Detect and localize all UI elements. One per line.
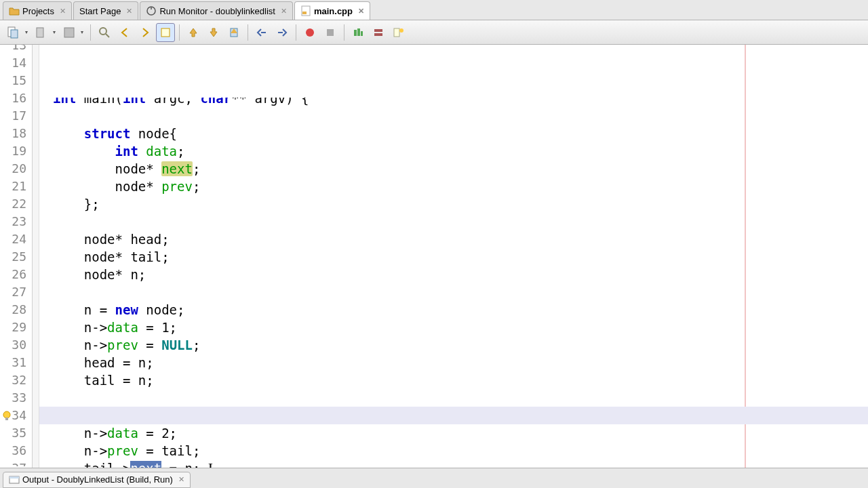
svg-point-20 <box>3 411 10 418</box>
macro-stop-button[interactable] <box>321 23 340 42</box>
prev-bookmark-button[interactable] <box>184 23 203 42</box>
svg-rect-23 <box>9 476 19 479</box>
line-number: 32 <box>0 371 26 389</box>
output-tab-label: Output - DoublyLinkedList (Build, Run) <box>22 474 173 485</box>
right-margin-line <box>745 45 746 468</box>
close-icon[interactable]: ✕ <box>126 7 132 16</box>
svg-rect-12 <box>327 29 334 36</box>
tab-label: main.cpp <box>314 6 353 16</box>
line-number: 29 <box>0 319 26 336</box>
format-button[interactable] <box>389 23 408 42</box>
line-number: 34 <box>0 407 26 424</box>
line-number: 35 <box>0 424 26 442</box>
separator <box>179 24 180 41</box>
svg-rect-9 <box>161 28 170 37</box>
svg-point-19 <box>399 28 403 33</box>
find-button[interactable] <box>95 23 114 42</box>
line-number: 22 <box>0 195 26 213</box>
line-number: 19 <box>0 142 26 160</box>
shift-left-button[interactable] <box>252 23 271 42</box>
nav-forward-button[interactable] <box>136 23 155 42</box>
save-button[interactable] <box>60 23 79 42</box>
output-tab[interactable]: Output - DoublyLinkedList (Build, Run) ✕ <box>3 472 191 488</box>
line-number: 37 <box>0 460 26 466</box>
code-area[interactable]: int main(int argc, char** argv) { struct… <box>39 45 868 468</box>
line-number: 16 <box>0 89 26 107</box>
close-icon[interactable]: ✕ <box>281 7 287 16</box>
folder-icon <box>9 5 20 16</box>
line-number: 27 <box>0 283 26 301</box>
separator <box>296 24 296 41</box>
svg-rect-18 <box>394 28 399 37</box>
history-button[interactable] <box>32 23 51 42</box>
line-number: 26 <box>0 266 26 283</box>
tab-label: Projects <box>22 6 54 16</box>
line-number: 14 <box>0 54 26 72</box>
svg-rect-2 <box>302 12 307 14</box>
current-line-highlight <box>39 407 868 424</box>
svg-rect-6 <box>64 28 74 37</box>
text-cursor: I <box>208 460 213 468</box>
line-number: 17 <box>0 107 26 125</box>
svg-rect-5 <box>37 28 43 37</box>
close-icon[interactable]: ✕ <box>60 7 66 16</box>
tab-start-page[interactable]: Start Page ✕ <box>73 1 138 20</box>
fold-margin <box>33 45 39 468</box>
separator <box>248 24 248 41</box>
svg-rect-15 <box>361 31 363 36</box>
dropdown-icon[interactable]: ▾ <box>53 29 58 35</box>
line-number: 18 <box>0 125 26 142</box>
macro-record-button[interactable] <box>300 23 319 42</box>
tab-bar: Projects ✕ Start Page ✕ Run Monitor - do… <box>0 0 868 20</box>
line-number: 15 <box>0 72 26 89</box>
line-number: 31 <box>0 354 26 371</box>
line-number: 21 <box>0 178 26 195</box>
line-number: 33 <box>0 389 26 407</box>
toolbar: ▾ ▾ ▾ <box>0 20 868 45</box>
output-bar: Output - DoublyLinkedList (Build, Run) ✕ <box>0 468 868 488</box>
close-icon[interactable]: ✕ <box>178 475 184 484</box>
tab-label: Start Page <box>79 6 121 16</box>
close-icon[interactable]: ✕ <box>358 7 364 16</box>
code-editor[interactable]: 1314151617181920212223242526272829303132… <box>0 45 868 468</box>
run-icon <box>146 5 157 16</box>
tab-label: Run Monitor - doublylinkedlist <box>159 6 275 16</box>
line-number: 23 <box>0 213 26 230</box>
source-button[interactable] <box>4 23 23 42</box>
tab-projects[interactable]: Projects ✕ <box>3 1 72 20</box>
tab-main-cpp[interactable]: main.cpp ✕ <box>294 1 370 20</box>
shift-right-button[interactable] <box>273 23 292 42</box>
line-number: 13 <box>0 45 26 54</box>
output-icon <box>9 474 20 485</box>
hint-bulb-icon[interactable] <box>1 409 12 420</box>
svg-rect-14 <box>357 28 360 36</box>
svg-point-11 <box>306 28 314 37</box>
line-number: 24 <box>0 230 26 248</box>
line-number: 20 <box>0 160 26 178</box>
svg-line-8 <box>106 34 109 37</box>
dropdown-icon[interactable]: ▾ <box>25 29 31 35</box>
next-bookmark-button[interactable] <box>204 23 223 42</box>
comment-button[interactable] <box>349 23 368 42</box>
cpp-file-icon <box>300 5 311 16</box>
svg-rect-16 <box>374 33 382 36</box>
dropdown-icon[interactable]: ▾ <box>81 29 86 35</box>
svg-point-7 <box>100 28 106 35</box>
code-line[interactable]: tail->next = n; I <box>53 460 868 468</box>
svg-rect-17 <box>374 29 382 32</box>
line-number: 28 <box>0 301 26 319</box>
nav-back-button[interactable] <box>115 23 134 42</box>
svg-rect-21 <box>5 418 8 420</box>
svg-rect-4 <box>11 30 18 38</box>
toggle-highlight-button[interactable] <box>156 23 175 42</box>
tab-run-monitor[interactable]: Run Monitor - doublylinkedlist ✕ <box>140 1 293 20</box>
uncomment-button[interactable] <box>369 23 388 42</box>
line-number: 25 <box>0 248 26 266</box>
line-number: 30 <box>0 336 26 354</box>
separator <box>90 24 91 41</box>
svg-rect-13 <box>354 30 357 36</box>
code-line[interactable]: int main(int argc, char** argv) { <box>53 98 868 107</box>
toggle-bookmark-button[interactable] <box>224 23 243 42</box>
separator <box>344 24 344 41</box>
line-number-gutter: 1314151617181920212223242526272829303132… <box>0 45 33 468</box>
